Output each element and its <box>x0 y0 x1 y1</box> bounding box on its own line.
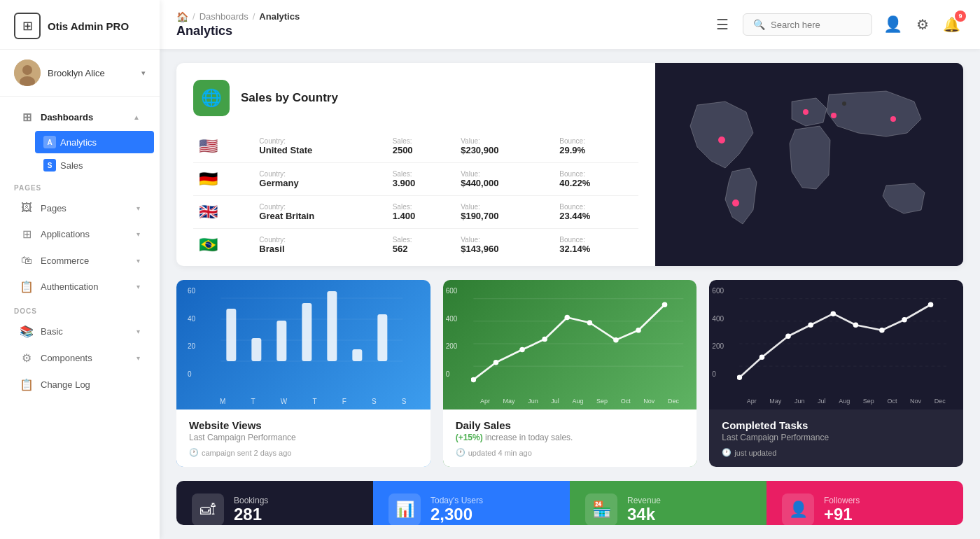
table-row: 🇺🇸 Country: United State Sales: 2500 Val… <box>193 130 638 163</box>
revenue-value: 34k <box>627 505 751 524</box>
sidebar-item-dashboards[interactable]: ⊞ Dashboards ▲ <box>6 104 154 130</box>
sidebar-item-components[interactable]: ⚙ Components ▾ <box>6 345 154 371</box>
y-label-0d: 0 <box>446 370 458 378</box>
analytics-letter: A <box>43 136 56 148</box>
sales-value: 1.400 <box>393 211 450 221</box>
menu-icon[interactable]: ☰ <box>710 13 734 36</box>
sidebar-item-basic[interactable]: 📚 Basic ▾ <box>6 318 154 344</box>
svg-point-31 <box>613 337 619 343</box>
bounce-label: Bounce: <box>559 170 633 178</box>
settings-icon[interactable]: ⚙ <box>913 13 932 36</box>
basic-icon: 📚 <box>20 325 34 338</box>
pages-icon: 🖼 <box>20 202 34 214</box>
notifications-icon[interactable]: 🔔 9 <box>940 13 963 36</box>
users-icon: 📊 <box>388 493 421 525</box>
docs-section-label: DOCS <box>0 300 160 318</box>
xt-aug: Aug <box>839 398 850 405</box>
country-flag: 🇩🇪 <box>199 170 218 188</box>
table-row: 🇧🇷 Country: Brasil Sales: 562 Value: $14… <box>193 229 638 262</box>
users-label: Today's Users <box>430 496 554 505</box>
country-label: Country: <box>259 137 381 145</box>
sidebar-item-applications[interactable]: ⊞ Applications ▾ <box>6 221 154 247</box>
followers-label: Followers <box>824 496 948 505</box>
value-value: $190,700 <box>461 211 548 221</box>
stat-item-users: 📊 Today's Users 2,300 <box>373 481 570 525</box>
sidebar-item-analytics[interactable]: A Analytics <box>35 131 154 153</box>
line-chart-daily-svg <box>471 291 686 396</box>
xl-dec: Dec <box>668 398 679 405</box>
xt-apr: Apr <box>747 398 757 405</box>
breadcrumb-sep1: / <box>192 11 195 22</box>
website-views-footer: 🕐 campaign sent 2 days ago <box>189 448 418 457</box>
topbar-right: 🔍 👤 ⚙ 🔔 9 <box>743 13 963 36</box>
ecommerce-icon: 🛍 <box>20 254 34 267</box>
user-profile[interactable]: Brooklyn Alice ▾ <box>0 50 160 97</box>
stat-item-bookings: 🛋 Bookings 281 <box>176 481 373 525</box>
search-input[interactable] <box>771 20 862 30</box>
sidebar-item-sales[interactable]: S Sales <box>35 154 154 176</box>
y-label-200t: 200 <box>712 342 724 350</box>
svg-point-46 <box>928 302 934 308</box>
dashboards-icon: ⊞ <box>20 111 34 124</box>
dashboards-chevron-icon: ▲ <box>133 113 140 121</box>
line-chart-tasks-svg <box>737 291 952 396</box>
y-label-20: 20 <box>188 342 195 350</box>
search-box[interactable]: 🔍 <box>743 13 872 36</box>
user-name: Brooklyn Alice <box>48 68 134 78</box>
sidebar-logo: ⊞ Otis Admin PRO <box>0 0 160 50</box>
sales-value: 562 <box>393 244 450 254</box>
sidebar-item-changelog[interactable]: 📋 Change Log <box>6 372 154 398</box>
svg-point-33 <box>662 302 667 308</box>
svg-point-43 <box>853 322 859 328</box>
svg-point-40 <box>786 334 792 340</box>
stats-row: 🛋 Bookings 281 📊 Today's Users 2,300 🏪 R… <box>176 481 963 525</box>
xt-may: May <box>769 398 781 405</box>
table-row: 🇩🇪 Country: Germany Sales: 3.900 Value: … <box>193 163 638 196</box>
xt-oct: Oct <box>887 398 897 405</box>
breadcrumb: 🏠 / Dashboards / Analytics <box>176 11 702 22</box>
x-label-m: M <box>220 398 225 405</box>
user-account-icon[interactable]: 👤 <box>881 13 905 36</box>
svg-rect-15 <box>251 338 261 361</box>
breadcrumb-analytics: Analytics <box>259 11 300 22</box>
svg-point-28 <box>542 337 547 342</box>
revenue-icon: 🏪 <box>585 493 617 525</box>
y-label-400t: 400 <box>712 315 724 323</box>
bookings-value: 281 <box>234 505 358 524</box>
completed-tasks-footer: 🕐 just updated <box>722 448 951 457</box>
sales-label: Sales: <box>393 170 450 178</box>
sales-country-left: 🌐 Sales by Country 🇺🇸 Country: United St… <box>176 63 655 266</box>
country-name: Germany <box>259 178 381 188</box>
card-globe-icon: 🌐 <box>193 80 230 116</box>
country-name: Great Britain <box>259 211 381 221</box>
bar-chart-svg <box>204 291 419 396</box>
value-label: Value: <box>461 236 548 244</box>
country-name: Brasil <box>259 244 381 254</box>
breadcrumb-dashboards[interactable]: Dashboards <box>200 11 248 22</box>
daily-sales-info: Daily Sales (+15%) increase in today sal… <box>443 410 697 467</box>
country-name: United State <box>259 145 381 155</box>
country-table: 🇺🇸 Country: United State Sales: 2500 Val… <box>193 130 638 261</box>
x-label-f: F <box>342 398 346 405</box>
sidebar-item-authentication[interactable]: 📋 Authentication ▾ <box>6 274 154 300</box>
sidebar-item-pages[interactable]: 🖼 Pages ▾ <box>6 195 154 220</box>
basic-chevron-icon: ▾ <box>136 328 140 335</box>
dashboards-label: Dashboards <box>41 112 93 122</box>
daily-sales-subtitle: (+15%) increase in today sales. <box>456 433 685 442</box>
y-label-40: 40 <box>188 315 195 323</box>
svg-rect-17 <box>302 303 312 361</box>
xt-dec: Dec <box>934 398 946 405</box>
followers-value: +91 <box>824 505 948 524</box>
clock-icon-2: 🕐 <box>456 448 465 457</box>
bounce-label: Bounce: <box>559 236 633 244</box>
bounce-label: Bounce: <box>559 137 633 145</box>
sidebar-item-ecommerce[interactable]: 🛍 Ecommerce ▾ <box>6 248 154 273</box>
value-value: $440,000 <box>461 178 548 188</box>
sidebar-navigation: ⊞ Dashboards ▲ A Analytics S Sales PAGES… <box>0 97 160 539</box>
svg-point-41 <box>808 322 814 328</box>
y-label-0t: 0 <box>712 370 724 378</box>
svg-point-45 <box>902 317 908 323</box>
xl-jul: Jul <box>551 398 559 405</box>
sales-label: Sales: <box>393 236 450 244</box>
country-label: Country: <box>259 170 381 178</box>
